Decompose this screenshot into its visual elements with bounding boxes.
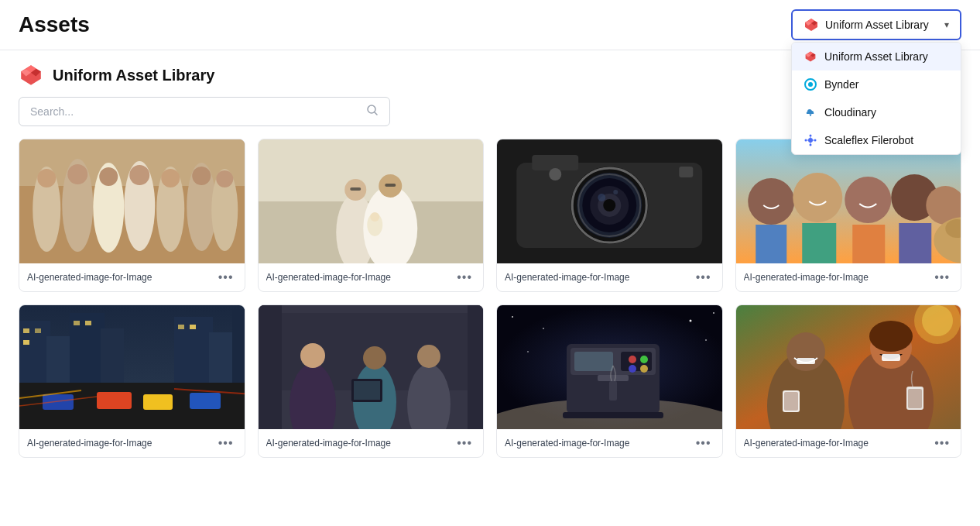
svg-point-107 bbox=[300, 343, 325, 368]
asset-menu-button[interactable]: ••• bbox=[693, 270, 714, 285]
svg-rect-115 bbox=[468, 305, 484, 429]
svg-point-35 bbox=[37, 169, 56, 187]
dropdown-label-cloudinary: Cloudinary bbox=[824, 106, 876, 119]
svg-point-71 bbox=[845, 177, 891, 223]
svg-point-40 bbox=[192, 167, 211, 185]
asset-footer: AI-generated-image-for-Image ••• bbox=[19, 263, 245, 291]
svg-rect-146 bbox=[882, 354, 900, 361]
search-icon bbox=[366, 104, 379, 119]
svg-rect-93 bbox=[178, 325, 184, 329]
asset-card: AI-generated-image-for-Image ••• bbox=[258, 304, 485, 458]
dropdown-item-cloudinary[interactable]: Cloudinary bbox=[792, 98, 961, 126]
svg-point-9 bbox=[808, 82, 813, 87]
svg-point-69 bbox=[748, 178, 794, 225]
svg-rect-126 bbox=[574, 352, 613, 371]
svg-rect-88 bbox=[23, 328, 29, 333]
svg-point-145 bbox=[869, 321, 913, 352]
svg-rect-97 bbox=[97, 392, 132, 409]
svg-point-120 bbox=[713, 312, 714, 314]
uniform-icon bbox=[804, 17, 819, 33]
svg-point-122 bbox=[705, 339, 707, 341]
asset-menu-button[interactable]: ••• bbox=[215, 435, 237, 451]
svg-point-118 bbox=[543, 328, 544, 329]
asset-menu-button[interactable]: ••• bbox=[454, 270, 475, 285]
svg-point-67 bbox=[549, 168, 561, 180]
svg-point-128 bbox=[629, 356, 636, 363]
library-selector-button[interactable]: Uniform Asset Library ▾ bbox=[791, 9, 961, 40]
asset-footer: AI-generated-image-for-Image ••• bbox=[497, 263, 722, 291]
asset-thumbnail[interactable] bbox=[736, 139, 961, 263]
svg-point-14 bbox=[810, 135, 812, 137]
asset-name: AI-generated-image-for-Image bbox=[27, 438, 152, 449]
asset-thumbnail[interactable] bbox=[19, 139, 245, 263]
scaleflex-icon bbox=[804, 134, 817, 146]
page-title: Assets bbox=[19, 12, 90, 37]
svg-point-11 bbox=[808, 138, 813, 143]
asset-footer: AI-generated-image-for-Image ••• bbox=[736, 263, 961, 291]
svg-rect-132 bbox=[598, 375, 629, 381]
svg-rect-50 bbox=[385, 184, 396, 187]
bynder-icon bbox=[804, 78, 817, 91]
asset-menu-button[interactable]: ••• bbox=[454, 435, 475, 451]
asset-footer: AI-generated-image-for-Image ••• bbox=[19, 429, 245, 457]
dropdown-item-bynder[interactable]: Bynder bbox=[792, 70, 961, 98]
svg-point-130 bbox=[629, 365, 636, 373]
svg-rect-92 bbox=[85, 321, 91, 325]
asset-name: AI-generated-image-for-Image bbox=[505, 272, 629, 283]
asset-card: AI-generated-image-for-Image ••• bbox=[735, 139, 962, 292]
asset-footer: AI-generated-image-for-Image ••• bbox=[736, 429, 961, 457]
svg-point-137 bbox=[922, 305, 953, 336]
asset-card: AI-generated-image-for-Image ••• bbox=[735, 304, 962, 458]
asset-menu-button[interactable]: ••• bbox=[693, 435, 714, 451]
asset-name: AI-generated-image-for-Image bbox=[266, 438, 391, 449]
svg-rect-134 bbox=[563, 412, 663, 418]
svg-rect-94 bbox=[190, 325, 196, 329]
svg-point-13 bbox=[814, 139, 817, 142]
svg-point-70 bbox=[793, 173, 842, 222]
asset-footer: AI-generated-image-for-Image ••• bbox=[259, 429, 484, 457]
search-bar bbox=[19, 97, 390, 126]
library-selector: Uniform Asset Library ▾ Uniform Asset Li… bbox=[791, 9, 961, 40]
svg-point-61 bbox=[603, 199, 615, 211]
page-header: Assets Uniform Asset Library ▾ bbox=[0, 0, 980, 50]
svg-rect-49 bbox=[350, 187, 361, 191]
svg-point-36 bbox=[67, 164, 87, 184]
svg-rect-77 bbox=[802, 223, 836, 263]
asset-menu-button[interactable]: ••• bbox=[931, 270, 953, 285]
library-dropdown-menu: Uniform Asset Library Bynder Cloudinary bbox=[791, 42, 961, 155]
search-input[interactable] bbox=[30, 105, 366, 118]
asset-card: AI-generated-image-for-Image ••• bbox=[496, 304, 723, 458]
svg-rect-133 bbox=[609, 381, 617, 401]
asset-thumbnail[interactable] bbox=[497, 139, 722, 263]
asset-menu-button[interactable]: ••• bbox=[931, 435, 953, 451]
asset-footer: AI-generated-image-for-Image ••• bbox=[497, 429, 722, 457]
svg-rect-66 bbox=[679, 167, 693, 177]
dropdown-item-uniform[interactable]: Uniform Asset Library bbox=[792, 43, 961, 70]
asset-thumbnail[interactable] bbox=[259, 305, 484, 429]
asset-thumbnail[interactable] bbox=[19, 305, 245, 429]
svg-rect-91 bbox=[74, 321, 80, 325]
asset-card: AI-generated-image-for-Image ••• bbox=[19, 304, 245, 458]
asset-name: AI-generated-image-for-Image bbox=[744, 272, 869, 283]
svg-point-52 bbox=[370, 212, 379, 222]
svg-rect-78 bbox=[852, 225, 885, 263]
svg-rect-99 bbox=[190, 393, 221, 409]
svg-rect-98 bbox=[143, 394, 173, 410]
dropdown-label-scaleflex: Scaleflex Filerobot bbox=[824, 134, 913, 146]
uniform-dropdown-icon bbox=[804, 50, 817, 63]
asset-menu-button[interactable]: ••• bbox=[215, 270, 237, 285]
library-display-name: Uniform Asset Library bbox=[53, 67, 214, 84]
svg-point-15 bbox=[810, 144, 812, 146]
asset-thumbnail[interactable] bbox=[736, 305, 961, 429]
svg-rect-113 bbox=[354, 381, 380, 400]
svg-point-41 bbox=[216, 170, 233, 187]
selected-library-label: Uniform Asset Library bbox=[825, 19, 929, 31]
dropdown-label-uniform: Uniform Asset Library bbox=[824, 50, 928, 63]
asset-thumbnail[interactable] bbox=[259, 139, 484, 263]
svg-point-62 bbox=[598, 194, 605, 201]
dropdown-item-scaleflex[interactable]: Scaleflex Filerobot bbox=[792, 126, 961, 154]
asset-grid: AI-generated-image-for-Image ••• bbox=[0, 139, 980, 476]
svg-rect-142 bbox=[784, 392, 798, 411]
asset-thumbnail[interactable] bbox=[497, 305, 722, 429]
svg-point-37 bbox=[99, 167, 118, 186]
